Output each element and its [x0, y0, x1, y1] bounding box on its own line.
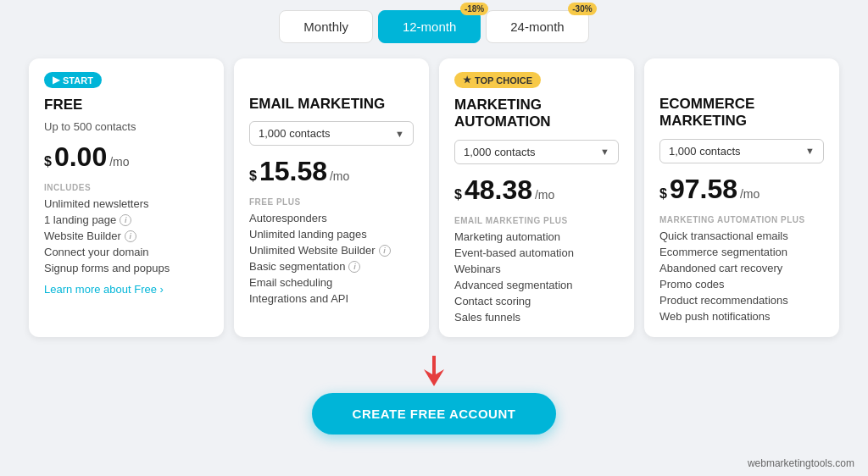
- feature-list: Quick transactional emails Ecommerce seg…: [659, 230, 824, 323]
- create-free-account-button[interactable]: CREATE FREE ACCOUNT: [312, 393, 557, 434]
- feature-text: 1 landing page: [44, 213, 116, 226]
- plan-card: ECOMMERCE MARKETING 1,000 contacts ▼ $ 9…: [644, 58, 839, 337]
- list-item: Unlimited newsletters: [44, 197, 209, 210]
- feature-list: Autoresponders Unlimited landing pages U…: [249, 212, 414, 305]
- section-label: EMAIL MARKETING PLUS: [454, 216, 619, 225]
- plan-card: ▶ START FREE Up to 500 contacts $ 0.00 /…: [29, 58, 224, 337]
- list-item: Webinars: [454, 263, 619, 275]
- learn-more-link[interactable]: Learn more about Free ›: [44, 283, 209, 296]
- contacts-value: 1,000 contacts: [259, 127, 331, 140]
- twenty-four-month-tab[interactable]: 24-month -30%: [486, 10, 588, 43]
- cta-area: CREATE FREE ACCOUNT: [312, 354, 557, 434]
- contacts-select[interactable]: 1,000 contacts ▼: [249, 121, 414, 146]
- dollar-sign: $: [659, 186, 667, 202]
- feature-text: Unlimited Website Builder: [249, 244, 376, 257]
- monthly-tab[interactable]: Monthly: [279, 10, 373, 43]
- list-item: Unlimited landing pages: [249, 228, 414, 241]
- dollar-sign: $: [454, 187, 462, 202]
- info-icon[interactable]: i: [125, 230, 136, 242]
- contacts-select[interactable]: 1,000 contacts ▼: [454, 140, 619, 164]
- list-item: Basic segmentation i: [249, 260, 414, 273]
- feature-text: Quick transactional emails: [659, 230, 788, 242]
- feature-text: Advanced segmentation: [454, 279, 572, 291]
- top-choice-badge: ★ TOP CHOICE: [454, 72, 541, 88]
- star-icon: ★: [463, 75, 471, 86]
- price-row: $ 97.58 /mo: [659, 174, 824, 205]
- feature-text: Contact scoring: [454, 295, 531, 307]
- list-item: Unlimited Website Builder i: [249, 244, 414, 257]
- list-item: Autoresponders: [249, 212, 414, 224]
- list-item: Contact scoring: [454, 295, 619, 307]
- list-item: Email scheduling: [249, 276, 414, 289]
- contacts-value: 1,000 contacts: [669, 145, 741, 158]
- info-icon[interactable]: i: [348, 261, 360, 273]
- list-item: Website Builder i: [44, 230, 209, 242]
- per-month: /mo: [109, 155, 129, 169]
- twenty-four-month-badge: -30%: [568, 3, 596, 15]
- feature-text: Marketing automation: [454, 230, 560, 243]
- feature-text: Web push notifications: [659, 310, 771, 323]
- list-item: Sales funnels: [454, 311, 619, 324]
- per-month: /mo: [740, 187, 760, 201]
- feature-text: Unlimited landing pages: [249, 228, 367, 241]
- plan-name: EMAIL MARKETING: [249, 96, 414, 113]
- price-amount: 0.00: [54, 141, 107, 173]
- plan-card: EMAIL MARKETING 1,000 contacts ▼ $ 15.58…: [234, 58, 429, 337]
- price-row: $ 0.00 /mo: [44, 141, 209, 173]
- feature-text: Promo codes: [659, 278, 725, 291]
- chevron-down-icon: ▼: [805, 146, 815, 156]
- section-label: MARKETING AUTOMATION PLUS: [659, 215, 824, 224]
- contacts-value: 1,000 contacts: [464, 146, 536, 158]
- plans-container: ▶ START FREE Up to 500 contacts $ 0.00 /…: [14, 58, 854, 337]
- info-icon[interactable]: i: [379, 245, 391, 257]
- feature-text: Sales funnels: [454, 311, 520, 324]
- dollar-sign: $: [44, 154, 52, 169]
- chevron-down-icon: ▼: [600, 147, 609, 157]
- feature-text: Connect your domain: [44, 246, 149, 258]
- list-item: Abandoned cart recovery: [659, 262, 824, 274]
- price-amount: 15.58: [259, 156, 327, 187]
- feature-text: Integrations and API: [249, 292, 348, 305]
- twelve-month-badge: -18%: [460, 3, 488, 15]
- per-month: /mo: [330, 169, 349, 183]
- price-amount: 48.38: [465, 174, 532, 206]
- price-amount: 97.58: [670, 174, 737, 205]
- watermark: webmarketingtools.com: [748, 457, 854, 469]
- section-label: FREE PLUS: [249, 197, 414, 207]
- feature-text: Webinars: [454, 263, 501, 275]
- info-icon[interactable]: i: [120, 214, 131, 226]
- feature-text: Basic segmentation: [249, 260, 345, 273]
- feature-list: Unlimited newsletters 1 landing page i W…: [44, 197, 209, 274]
- dollar-sign: $: [249, 169, 257, 184]
- plan-name: ECOMMERCE MARKETING: [659, 96, 824, 130]
- feature-text: Abandoned cart recovery: [659, 262, 782, 274]
- plan-card: ★ TOP CHOICE MARKETING AUTOMATION 1,000 …: [439, 58, 634, 337]
- chevron-down-icon: ▼: [395, 129, 404, 139]
- plan-name: FREE: [44, 97, 209, 113]
- plan-name: MARKETING AUTOMATION: [454, 97, 619, 131]
- feature-text: Ecommerce segmentation: [659, 246, 787, 258]
- feature-text: Website Builder: [44, 230, 121, 242]
- feature-text: Event-based automation: [454, 246, 574, 259]
- start-icon: ▶: [53, 75, 59, 86]
- list-item: Marketing automation: [454, 230, 619, 243]
- feature-text: Unlimited newsletters: [44, 197, 149, 210]
- list-item: Integrations and API: [249, 292, 414, 305]
- section-label: INCLUDES: [44, 183, 209, 192]
- price-row: $ 15.58 /mo: [249, 156, 414, 187]
- billing-toggle: Monthly 12-month -18% 24-month -30%: [279, 10, 588, 43]
- list-item: Product recommendations: [659, 294, 824, 307]
- feature-text: Autoresponders: [249, 212, 327, 224]
- start-badge: ▶ START: [44, 72, 102, 88]
- twelve-month-tab[interactable]: 12-month -18%: [378, 10, 481, 43]
- list-item: Event-based automation: [454, 246, 619, 259]
- list-item: 1 landing page i: [44, 213, 209, 226]
- arrow-container: [409, 354, 459, 391]
- list-item: Quick transactional emails: [659, 230, 824, 242]
- contacts-text: Up to 500 contacts: [44, 120, 209, 133]
- list-item: Signup forms and popups: [44, 262, 209, 274]
- price-row: $ 48.38 /mo: [454, 174, 619, 206]
- list-item: Connect your domain: [44, 246, 209, 258]
- contacts-select[interactable]: 1,000 contacts ▼: [659, 139, 824, 163]
- feature-list: Marketing automation Event-based automat…: [454, 230, 619, 324]
